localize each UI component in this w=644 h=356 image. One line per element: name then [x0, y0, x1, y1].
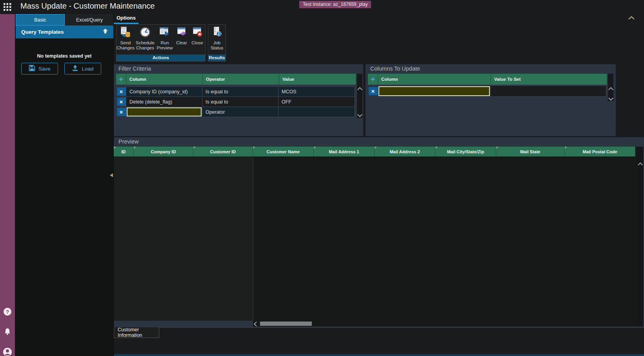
delete-row-button[interactable]: × — [117, 98, 126, 106]
left-rail: ? — [0, 14, 15, 356]
send-changes-button[interactable]: Send Changes — [116, 26, 135, 54]
account-icon[interactable] — [3, 347, 12, 356]
preview-header-customer-name[interactable]: Customer Name — [253, 147, 314, 156]
run-preview-button[interactable]: Run Preview — [156, 26, 174, 54]
collapse-ribbon-icon[interactable] — [628, 15, 635, 22]
filter-header-row: +ColumnOperatorValue — [116, 74, 356, 85]
app-launcher-grid-icon[interactable] — [4, 3, 11, 11]
tab-excel-query-label: Excel/Query — [76, 17, 103, 23]
test-instance-badge: Test Instance: az_167659_play — [299, 1, 371, 8]
collapse-up-arrow-icon[interactable] — [102, 28, 108, 36]
update-header-value-to-set[interactable]: Value To Set — [491, 74, 607, 85]
filter-scrollbar[interactable] — [357, 74, 362, 118]
preview-body-left — [114, 156, 253, 321]
job-status-button[interactable]: Job Status — [208, 26, 226, 54]
ribbon-group-actions: Send ChangesSchedule ChangesRun PreviewC… — [116, 24, 206, 62]
ribbon-button-label: Run Preview — [156, 40, 174, 51]
tab-options[interactable]: Options — [114, 12, 138, 23]
tab-basic-label: Basic — [34, 17, 46, 23]
tab-excel-query[interactable]: Excel/Query — [65, 14, 114, 25]
tab-customer-information[interactable]: Customer Information — [114, 327, 159, 338]
filter-header-value[interactable]: Value — [279, 74, 356, 85]
page-title: Mass Update - Customer Maintenance — [20, 2, 155, 11]
filter-criteria-row: ×Operator — [116, 107, 359, 117]
ribbon-button-label: Send Changes — [116, 40, 135, 51]
save-button-label: Save — [38, 66, 51, 72]
update-header-column[interactable]: Column — [378, 74, 491, 85]
query-templates-header[interactable]: Query Templates — [16, 25, 114, 38]
filter-operator-cell: Is equal to — [202, 86, 278, 97]
ribbon-button-label: Job Status — [208, 40, 226, 51]
save-template-button[interactable]: Save — [21, 63, 58, 74]
close-button[interactable]: Close — [189, 26, 205, 54]
preview-bottom-border — [159, 327, 644, 328]
schedule-changes-button[interactable]: Schedule Changes — [135, 26, 156, 54]
preview-header-mail-state[interactable]: Mail State — [496, 147, 565, 156]
bottom-accent-strip — [114, 354, 644, 356]
preview-panel: Preview IDCompany IDCustomer IDCustomer … — [114, 137, 644, 327]
filter-column-cell-editor-input[interactable] — [127, 107, 202, 116]
delete-row-cell: × — [368, 85, 378, 97]
preview-horizontal-scrollbar[interactable] — [253, 321, 637, 327]
update-column-cell — [378, 85, 491, 97]
collapse-panel-handle[interactable] — [110, 173, 113, 177]
app-root: { "app": { "title": "Mass Update - Custo… — [0, 0, 644, 356]
ribbon-button-label: Clear — [176, 40, 187, 45]
no-templates-message: No templates saved yet — [15, 53, 114, 59]
filter-criteria-title: Filter Criteria — [118, 65, 151, 72]
load-template-button[interactable]: Load — [64, 63, 101, 74]
ribbon-buttons-row: Send ChangesSchedule ChangesRun PreviewC… — [116, 25, 205, 54]
filter-value-cell: OFF — [278, 96, 355, 107]
filter-operator-cell: Operator — [202, 107, 278, 117]
preview-vertical-scrollbar[interactable] — [637, 147, 643, 327]
svg-text:?: ? — [6, 309, 9, 315]
preview-header-customer-id[interactable]: Customer ID — [193, 147, 253, 156]
preview-header-id[interactable]: ID — [114, 147, 134, 156]
preview-header-mail-address-1[interactable]: Mail Address 1 — [314, 147, 375, 156]
clear-button[interactable]: Clear — [174, 26, 189, 54]
ribbon-button-label: Schedule Changes — [135, 40, 156, 51]
load-button-label: Load — [82, 66, 93, 72]
filter-column-cell: Delete (delete_flag) — [126, 96, 202, 107]
schedule-changes-icon — [139, 26, 151, 40]
filter-criteria-panel: Filter Criteria +ColumnOperatorValue ×Co… — [114, 64, 363, 136]
job-status-icon — [211, 26, 223, 40]
ribbon-group-results: Job StatusResults — [208, 24, 226, 62]
delete-row-button[interactable]: × — [369, 87, 378, 95]
close-icon — [191, 26, 203, 40]
delete-row-button[interactable]: × — [117, 108, 126, 116]
preview-body-right — [253, 156, 637, 321]
update-rows: × — [368, 85, 607, 97]
tab-customer-information-label: Customer Information — [118, 327, 159, 338]
preview-header-mail-address-2[interactable]: Mail Address 2 — [375, 147, 435, 156]
filter-rows: ×Company ID (company_id)Is equal toMCOS×… — [116, 86, 359, 117]
filter-criteria-row: ×Delete (delete_flag)Is equal toOFF — [116, 96, 359, 107]
update-column-cell-editor-input[interactable] — [378, 86, 490, 96]
ribbon-buttons-row: Job Status — [208, 25, 226, 54]
filter-header-operator[interactable]: Operator — [203, 74, 279, 85]
delete-row-button[interactable]: × — [117, 87, 126, 96]
columns-to-update-row: × — [368, 85, 607, 97]
columns-to-update-panel: Columns To Update +ColumnValue To Set × — [366, 64, 616, 136]
notifications-bell-icon[interactable] — [4, 328, 11, 337]
title-bar: Mass Update - Customer Maintenance Test … — [0, 0, 644, 14]
delete-row-cell: × — [116, 96, 126, 107]
ribbon-group-label: Actions — [116, 54, 205, 61]
filter-header-column[interactable]: Column — [126, 74, 203, 85]
update-add-row-button[interactable]: + — [368, 74, 378, 85]
tab-basic[interactable]: Basic — [16, 14, 65, 25]
filter-operator-cell: Is equal to — [202, 96, 278, 107]
ribbon-groups: Send ChangesSchedule ChangesRun PreviewC… — [116, 24, 226, 62]
tab-options-label: Options — [116, 15, 136, 21]
save-icon — [29, 65, 35, 73]
options-tab-underline — [114, 23, 138, 24]
preview-header-company-id[interactable]: Company ID — [134, 147, 193, 156]
hscroll-left-icon[interactable] — [254, 321, 259, 327]
query-templates-panel: Basic Excel/Query Query Templates No tem… — [15, 14, 114, 356]
hscroll-thumb[interactable] — [260, 321, 312, 326]
update-value-cell — [490, 85, 606, 97]
preview-header-mail-city-state-zip[interactable]: Mail City/State/Zip — [435, 147, 496, 156]
preview-header-mail-postal-code[interactable]: Mail Postal Code — [565, 147, 635, 156]
filter-add-row-button[interactable]: + — [116, 74, 126, 85]
help-icon[interactable]: ? — [3, 307, 12, 318]
